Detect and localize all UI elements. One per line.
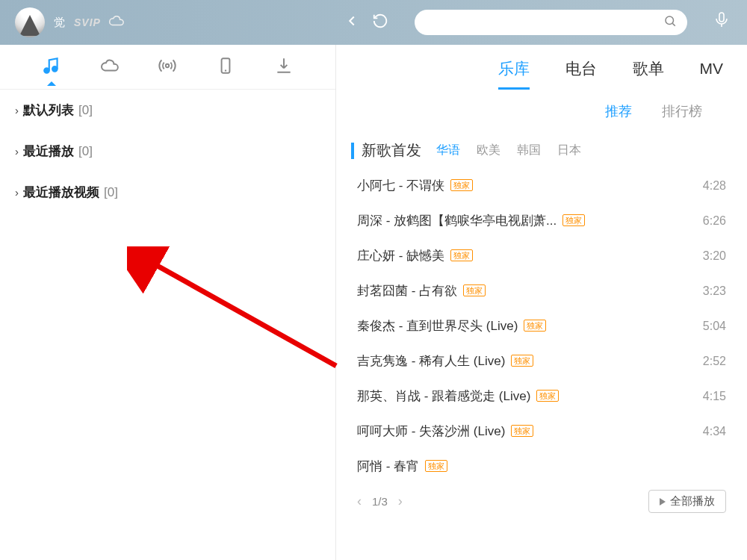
top-tabs: 乐库 电台 歌单 MV [336, 45, 747, 93]
song-title: 吉克隽逸 - 稀有人生 (Live)独家 [357, 352, 690, 370]
svg-rect-2 [719, 13, 724, 22]
lang-cn[interactable]: 华语 [436, 143, 460, 158]
tab-playlist[interactable]: 歌单 [633, 58, 664, 79]
song-title: 庄心妍 - 缺憾美独家 [357, 247, 690, 264]
song-row[interactable]: 吉克隽逸 - 稀有人生 (Live)独家 2:52 [351, 343, 732, 379]
play-all-label: 全部播放 [670, 494, 715, 508]
song-title: 秦俊杰 - 直到世界尽头 (Live)独家 [357, 317, 690, 335]
tab-radio[interactable] [158, 56, 177, 78]
chevron-right-icon: › [15, 186, 19, 199]
exclusive-badge: 独家 [511, 425, 533, 437]
exclusive-badge: 独家 [450, 179, 473, 191]
svg-line-1 [672, 23, 675, 25]
song-row[interactable]: 呵呵大师 - 失落沙洲 (Live)独家 4:34 [351, 414, 732, 449]
avatar[interactable] [15, 7, 45, 37]
subtab-recommend[interactable]: 推荐 [605, 102, 632, 120]
song-title: 封茗囧菌 - 占有欲独家 [357, 282, 690, 299]
song-duration: 2:52 [690, 355, 726, 368]
section-title: 新歌首发 [362, 140, 421, 161]
tab-library[interactable]: 乐库 [498, 58, 530, 79]
playlist-name: 最近播放 [23, 143, 74, 160]
song-duration: 3:23 [690, 284, 726, 298]
sidebar-tabs [0, 45, 335, 90]
list-footer: ‹ 1/3 › 全部播放 [336, 484, 747, 519]
section-bar [351, 143, 354, 159]
song-duration: 6:26 [690, 214, 726, 228]
tab-radio[interactable]: 电台 [565, 58, 597, 79]
search-box[interactable] [415, 10, 687, 35]
chevron-right-icon: › [15, 104, 19, 116]
sidebar: › 默认列表 [0] › 最近播放 [0] › 最近播放视频 [0] [0, 45, 336, 560]
play-icon [660, 498, 666, 505]
playlist-count: [0] [78, 144, 93, 159]
song-row[interactable]: 周深 - 放鹤图【鹤唳华亭电视剧萧...独家 6:26 [351, 203, 732, 238]
svg-point-4 [44, 68, 49, 73]
exclusive-badge: 独家 [536, 390, 559, 402]
svg-point-6 [166, 63, 169, 66]
cloud-sync-icon[interactable] [108, 13, 125, 32]
tab-local-music[interactable] [42, 56, 61, 78]
voice-search-icon[interactable] [713, 10, 731, 31]
lang-kr[interactable]: 韩国 [517, 143, 541, 158]
page-prev-icon[interactable]: ‹ [357, 494, 362, 509]
username[interactable]: 觉 [54, 16, 65, 30]
svg-point-0 [666, 16, 674, 25]
lang-jp[interactable]: 日本 [557, 143, 581, 158]
exclusive-badge: 独家 [524, 320, 546, 332]
exclusive-badge: 独家 [463, 284, 486, 296]
tab-phone[interactable] [216, 56, 235, 78]
exclusive-badge: 独家 [562, 214, 585, 226]
search-icon[interactable] [663, 14, 677, 31]
song-row[interactable]: 秦俊杰 - 直到世界尽头 (Live)独家 5:04 [351, 308, 732, 343]
song-row[interactable]: 封茗囧菌 - 占有欲独家 3:23 [351, 273, 732, 308]
song-list: 小阿七 - 不谓侠独家 4:28 周深 - 放鹤图【鹤唳华亭电视剧萧...独家 … [336, 165, 747, 484]
playlist-name: 最近播放视频 [23, 184, 99, 201]
playlist-recent-video[interactable]: › 最近播放视频 [0] [0, 172, 335, 213]
tab-download[interactable] [274, 56, 294, 78]
playlist-section: › 默认列表 [0] › 最近播放 [0] › 最近播放视频 [0] [0, 90, 335, 213]
playlist-count: [0] [104, 185, 118, 200]
titlebar: 觉 SVIP [0, 0, 747, 45]
song-row[interactable]: 阿悄 - 春宵独家 [351, 449, 732, 484]
song-duration: 5:04 [690, 320, 726, 333]
song-row[interactable]: 庄心妍 - 缺憾美独家 3:20 [351, 238, 732, 273]
song-title: 周深 - 放鹤图【鹤唳华亭电视剧萧...独家 [357, 212, 690, 229]
tab-cloud[interactable] [100, 56, 120, 78]
song-duration: 4:34 [690, 425, 726, 438]
page-next-icon[interactable]: › [398, 494, 403, 509]
page-info: 1/3 [372, 495, 388, 508]
playlist-name: 默认列表 [23, 102, 74, 119]
playlist-recent[interactable]: › 最近播放 [0] [0, 131, 335, 172]
song-duration: 4:28 [690, 179, 726, 193]
sub-tabs: 推荐 排行榜 [336, 93, 747, 130]
playlist-default[interactable]: › 默认列表 [0] [0, 90, 335, 131]
svg-point-5 [52, 66, 58, 72]
song-title: 阿悄 - 春宵独家 [357, 458, 690, 475]
song-title: 小阿七 - 不谓侠独家 [357, 177, 690, 194]
exclusive-badge: 独家 [425, 460, 447, 472]
svip-badge: SVIP [74, 16, 101, 28]
song-title: 呵呵大师 - 失落沙洲 (Live)独家 [357, 423, 690, 440]
playlist-count: [0] [78, 103, 93, 118]
back-icon[interactable] [344, 13, 360, 32]
subtab-ranking[interactable]: 排行榜 [662, 102, 702, 120]
song-duration: 3:20 [690, 249, 726, 263]
section-header: 新歌首发 华语 欧美 韩国 日本 [336, 130, 747, 165]
song-row[interactable]: 小阿七 - 不谓侠独家 4:28 [351, 168, 732, 203]
song-duration: 4:15 [690, 390, 726, 403]
chevron-right-icon: › [15, 145, 19, 158]
tab-mv[interactable]: MV [700, 60, 724, 78]
refresh-icon[interactable] [372, 13, 388, 32]
nav-controls [344, 0, 388, 45]
lang-west[interactable]: 欧美 [477, 143, 500, 158]
exclusive-badge: 独家 [450, 249, 473, 261]
exclusive-badge: 独家 [511, 355, 533, 367]
content: 乐库 电台 歌单 MV 推荐 排行榜 新歌首发 华语 欧美 韩国 日本 小阿七 … [336, 45, 747, 560]
song-row[interactable]: 那英、肖战 - 跟着感觉走 (Live)独家 4:15 [351, 379, 732, 414]
play-all-button[interactable]: 全部播放 [648, 490, 726, 513]
search-input[interactable] [425, 16, 663, 28]
song-title: 那英、肖战 - 跟着感觉走 (Live)独家 [357, 388, 690, 405]
